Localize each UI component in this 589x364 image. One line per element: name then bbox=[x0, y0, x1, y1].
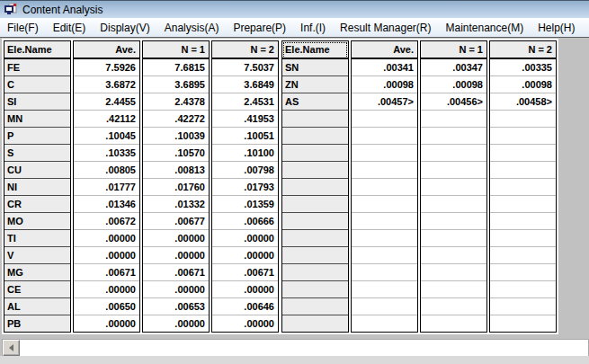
value-cell[interactable] bbox=[421, 111, 486, 128]
element-name-cell[interactable]: MN bbox=[4, 111, 70, 128]
value-cell[interactable]: .00457> bbox=[352, 93, 417, 111]
element-name-cell[interactable]: SN bbox=[282, 59, 348, 76]
value-cell[interactable]: .00000 bbox=[212, 247, 278, 264]
value-cell[interactable]: .42112 bbox=[74, 111, 139, 128]
value-cell[interactable]: .00672 bbox=[74, 213, 139, 230]
value-cell[interactable] bbox=[352, 298, 417, 315]
menu-item-help[interactable]: Help(H) bbox=[531, 22, 582, 34]
value-cell[interactable] bbox=[490, 247, 556, 264]
value-cell[interactable]: .00000 bbox=[143, 315, 209, 332]
element-name-cell[interactable] bbox=[282, 315, 348, 332]
value-cell[interactable]: 2.4531 bbox=[212, 93, 278, 111]
value-cell[interactable] bbox=[352, 179, 417, 196]
value-cell[interactable]: .01777 bbox=[74, 179, 139, 196]
element-name-cell[interactable] bbox=[282, 145, 348, 162]
value-cell[interactable] bbox=[490, 213, 556, 230]
value-cell[interactable]: .00650 bbox=[74, 298, 139, 315]
value-cell[interactable]: .00000 bbox=[74, 281, 139, 298]
value-cell[interactable] bbox=[421, 179, 486, 196]
value-cell[interactable]: 7.6815 bbox=[143, 59, 209, 76]
value-cell[interactable]: .00000 bbox=[212, 230, 278, 247]
value-cell[interactable]: .00671 bbox=[74, 264, 139, 281]
menu-item-result-manager[interactable]: Result Manager(R) bbox=[333, 22, 438, 34]
value-cell[interactable]: 2.4378 bbox=[143, 93, 209, 111]
value-cell[interactable] bbox=[421, 162, 486, 179]
element-name-cell[interactable]: S bbox=[4, 145, 70, 162]
value-cell[interactable] bbox=[352, 196, 417, 213]
value-cell[interactable]: .01359 bbox=[212, 196, 278, 213]
element-name-cell[interactable]: CU bbox=[4, 162, 70, 179]
element-name-cell[interactable]: V bbox=[4, 247, 70, 264]
value-cell[interactable]: .00098 bbox=[490, 76, 556, 93]
element-name-cell[interactable] bbox=[282, 213, 348, 230]
value-cell[interactable]: .00677 bbox=[143, 213, 209, 230]
value-cell[interactable]: .00456> bbox=[421, 93, 486, 111]
element-name-cell[interactable]: CE bbox=[4, 281, 70, 298]
element-name-cell[interactable] bbox=[282, 128, 348, 145]
value-cell[interactable] bbox=[490, 179, 556, 196]
value-cell[interactable]: .01793 bbox=[212, 179, 278, 196]
element-name-cell[interactable] bbox=[282, 179, 348, 196]
element-name-cell[interactable]: C bbox=[4, 76, 70, 93]
value-cell[interactable] bbox=[352, 264, 417, 281]
value-cell[interactable] bbox=[352, 230, 417, 247]
menu-item-prepare[interactable]: Prepare(P) bbox=[226, 22, 293, 34]
value-cell[interactable] bbox=[352, 315, 417, 332]
value-cell[interactable]: 3.6895 bbox=[143, 76, 209, 93]
value-cell[interactable]: .00341 bbox=[352, 59, 417, 76]
scroll-left-button[interactable] bbox=[3, 340, 20, 356]
value-cell[interactable] bbox=[352, 281, 417, 298]
value-cell[interactable]: .00666 bbox=[212, 213, 278, 230]
value-cell[interactable] bbox=[490, 230, 556, 247]
element-name-cell[interactable]: SI bbox=[4, 93, 70, 111]
value-cell[interactable] bbox=[421, 213, 486, 230]
value-cell[interactable]: .00098 bbox=[352, 76, 417, 93]
element-name-cell[interactable]: NI bbox=[4, 179, 70, 196]
value-cell[interactable] bbox=[421, 196, 486, 213]
value-cell[interactable]: .00458> bbox=[490, 93, 556, 111]
value-cell[interactable] bbox=[490, 264, 556, 281]
value-cell[interactable]: .00805 bbox=[74, 162, 139, 179]
value-cell[interactable]: .00347 bbox=[421, 59, 486, 76]
value-cell[interactable]: .00653 bbox=[143, 298, 209, 315]
element-name-cell[interactable]: AS bbox=[282, 93, 348, 111]
element-name-cell[interactable] bbox=[282, 162, 348, 179]
element-name-cell[interactable]: MG bbox=[4, 264, 70, 281]
column-header[interactable]: Ele.Name bbox=[282, 41, 348, 59]
value-cell[interactable]: .00000 bbox=[74, 230, 139, 247]
menu-item-analysis[interactable]: Analysis(A) bbox=[157, 22, 227, 34]
element-name-cell[interactable] bbox=[282, 111, 348, 128]
element-name-cell[interactable]: AL bbox=[4, 298, 70, 315]
menu-item-inf[interactable]: Inf.(I) bbox=[293, 22, 333, 34]
element-name-cell[interactable] bbox=[282, 264, 348, 281]
value-cell[interactable] bbox=[421, 128, 486, 145]
value-cell[interactable]: .10039 bbox=[143, 128, 209, 145]
element-name-cell[interactable]: FE bbox=[4, 59, 70, 76]
element-name-cell[interactable] bbox=[282, 298, 348, 315]
horizontal-scrollbar[interactable] bbox=[2, 339, 589, 357]
element-name-cell[interactable]: MO bbox=[4, 213, 70, 230]
element-name-cell[interactable] bbox=[282, 196, 348, 213]
value-cell[interactable]: .10045 bbox=[74, 128, 139, 145]
column-header[interactable]: N = 2 bbox=[490, 41, 556, 59]
value-cell[interactable]: .01346 bbox=[74, 196, 139, 213]
value-cell[interactable] bbox=[490, 145, 556, 162]
value-cell[interactable] bbox=[490, 315, 556, 332]
element-name-cell[interactable] bbox=[282, 281, 348, 298]
value-cell[interactable] bbox=[352, 128, 417, 145]
value-cell[interactable] bbox=[421, 281, 486, 298]
value-cell[interactable]: .10570 bbox=[143, 145, 209, 162]
value-cell[interactable] bbox=[490, 196, 556, 213]
value-cell[interactable]: .01760 bbox=[143, 179, 209, 196]
value-cell[interactable]: .00671 bbox=[212, 264, 278, 281]
value-cell[interactable] bbox=[421, 298, 486, 315]
value-cell[interactable] bbox=[421, 145, 486, 162]
value-cell[interactable] bbox=[352, 111, 417, 128]
menu-item-display[interactable]: Display(V) bbox=[93, 22, 156, 34]
value-cell[interactable] bbox=[490, 162, 556, 179]
value-cell[interactable] bbox=[421, 247, 486, 264]
value-cell[interactable]: 7.5926 bbox=[74, 59, 139, 76]
menu-item-edit[interactable]: Edit(E) bbox=[46, 22, 94, 34]
value-cell[interactable]: .00000 bbox=[143, 247, 209, 264]
value-cell[interactable]: .42272 bbox=[143, 111, 209, 128]
